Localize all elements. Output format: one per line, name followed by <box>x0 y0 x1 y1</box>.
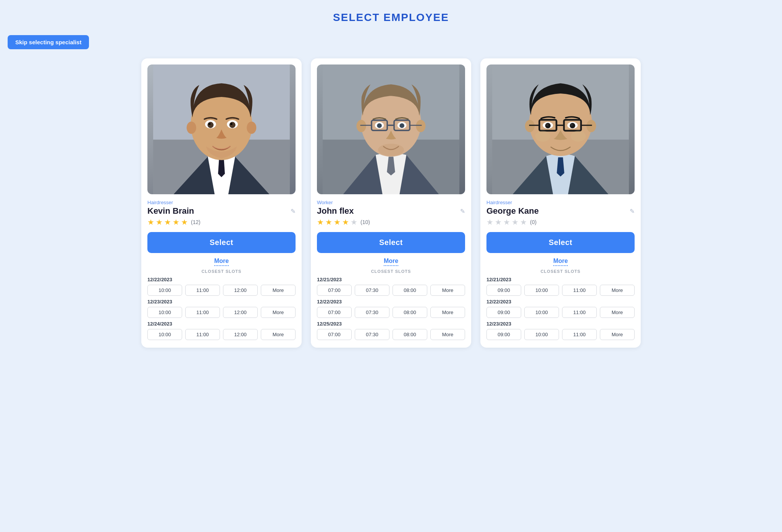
page-title: SELECT EMPLOYEE <box>8 11 774 24</box>
employee-name-john: John flex <box>317 206 354 216</box>
slot-time-kevin-2-0[interactable]: 10:00 <box>147 329 182 340</box>
svg-point-16 <box>357 120 366 132</box>
skip-specialist-button[interactable]: Skip selecting specialist <box>8 35 89 49</box>
slot-row-john-0: 07:0007:3008:00More <box>317 285 465 296</box>
slot-date-george-2: 12/23/2023 <box>486 321 635 327</box>
slot-time-george-2-0[interactable]: 09:00 <box>486 329 521 340</box>
employee-name-row-george: George Kane✎ <box>486 206 635 216</box>
slot-date-kevin-2: 12/24/2023 <box>147 321 296 327</box>
slot-more-george-1[interactable]: More <box>600 307 635 318</box>
slot-more-john-2[interactable]: More <box>430 329 465 340</box>
slot-more-kevin-1[interactable]: More <box>261 307 296 318</box>
slot-row-george-1: 09:0010:0011:00More <box>486 307 635 318</box>
slot-time-george-1-2[interactable]: 11:00 <box>562 307 597 318</box>
employee-name-row-kevin: Kevin Brain✎ <box>147 206 296 216</box>
slot-time-kevin-0-1[interactable]: 11:00 <box>185 285 220 296</box>
slot-more-george-0[interactable]: More <box>600 285 635 296</box>
slot-time-george-0-0[interactable]: 09:00 <box>486 285 521 296</box>
slot-time-kevin-1-2[interactable]: 12:00 <box>223 307 258 318</box>
slot-time-george-2-1[interactable]: 10:00 <box>524 329 559 340</box>
slot-date-john-0: 12/21/2023 <box>317 277 465 282</box>
select-button-george[interactable]: Select <box>486 232 635 253</box>
slot-row-john-2: 07:0007:3008:00More <box>317 329 465 340</box>
slot-time-john-1-0[interactable]: 07:00 <box>317 307 352 318</box>
svg-point-44 <box>571 124 573 126</box>
more-link-john[interactable]: More <box>384 258 398 266</box>
svg-point-25 <box>377 123 382 128</box>
slot-time-kevin-1-1[interactable]: 11:00 <box>185 307 220 318</box>
employee-name-kevin: Kevin Brain <box>147 206 194 216</box>
slot-date-kevin-0: 12/22/2023 <box>147 277 296 282</box>
slot-time-george-0-1[interactable]: 10:00 <box>524 285 559 296</box>
more-link-george[interactable]: More <box>553 258 568 266</box>
slot-time-george-0-2[interactable]: 11:00 <box>562 285 597 296</box>
slot-time-kevin-0-0[interactable]: 10:00 <box>147 285 182 296</box>
slot-more-kevin-0[interactable]: More <box>261 285 296 296</box>
slot-time-john-0-0[interactable]: 07:00 <box>317 285 352 296</box>
svg-point-10 <box>208 123 210 125</box>
employee-cards-container: HairdresserKevin Brain✎★★★★★(12)SelectMo… <box>8 58 774 348</box>
svg-point-17 <box>416 120 425 132</box>
slot-time-john-0-2[interactable]: 08:00 <box>393 285 427 296</box>
slot-row-george-0: 09:0010:0011:00More <box>486 285 635 296</box>
more-section-kevin: More <box>147 258 296 266</box>
slot-time-george-1-0[interactable]: 09:00 <box>486 307 521 318</box>
stars-row-john: ★★★★★(10) <box>317 218 465 227</box>
review-count-john: (10) <box>360 219 370 225</box>
svg-point-32 <box>525 120 535 132</box>
employee-photo-john <box>317 64 465 194</box>
slot-date-john-1: 12/22/2023 <box>317 299 465 305</box>
svg-point-11 <box>230 123 232 125</box>
slot-time-george-2-2[interactable]: 11:00 <box>562 329 597 340</box>
slot-time-kevin-0-2[interactable]: 12:00 <box>223 285 258 296</box>
slot-more-george-2[interactable]: More <box>600 329 635 340</box>
employee-role-george: Hairdresser <box>486 200 635 205</box>
slot-time-john-2-0[interactable]: 07:00 <box>317 329 352 340</box>
employee-card-john: WorkerJohn flex✎★★★★★(10)SelectMoreCLOSE… <box>311 58 471 348</box>
employee-photo-kevin <box>147 64 296 194</box>
svg-point-9 <box>229 122 236 128</box>
more-link-kevin[interactable]: More <box>214 258 229 266</box>
svg-point-27 <box>378 144 404 156</box>
slot-time-george-1-1[interactable]: 10:00 <box>524 307 559 318</box>
employee-role-john: Worker <box>317 200 465 205</box>
review-count-kevin: (12) <box>191 219 200 225</box>
slot-date-john-2: 12/25/2023 <box>317 321 465 327</box>
more-section-john: More <box>317 258 465 266</box>
slot-date-george-0: 12/21/2023 <box>486 277 635 282</box>
stars-row-george: ★★★★★(0) <box>486 218 635 227</box>
employee-name-george: George Kane <box>486 206 539 216</box>
slot-row-kevin-0: 10:0011:0012:00More <box>147 285 296 296</box>
slot-time-john-2-1[interactable]: 07:30 <box>355 329 389 340</box>
slot-more-john-0[interactable]: More <box>430 285 465 296</box>
slot-time-kevin-2-2[interactable]: 12:00 <box>223 329 258 340</box>
edit-icon-george[interactable]: ✎ <box>630 208 635 215</box>
svg-point-8 <box>207 122 213 128</box>
slot-time-john-1-2[interactable]: 08:00 <box>393 307 427 318</box>
edit-icon-john[interactable]: ✎ <box>460 208 465 215</box>
employee-card-kevin: HairdresserKevin Brain✎★★★★★(12)SelectMo… <box>141 58 302 348</box>
edit-icon-kevin[interactable]: ✎ <box>291 208 296 215</box>
select-button-kevin[interactable]: Select <box>147 232 296 253</box>
svg-point-45 <box>535 131 550 142</box>
slot-more-kevin-2[interactable]: More <box>261 329 296 340</box>
slot-row-george-2: 09:0010:0011:00More <box>486 329 635 340</box>
employee-role-kevin: Hairdresser <box>147 200 296 205</box>
employee-card-george: HairdresserGeorge Kane✎★★★★★(0)SelectMor… <box>480 58 641 348</box>
svg-point-4 <box>187 121 196 134</box>
svg-point-33 <box>586 120 596 132</box>
slot-time-john-2-2[interactable]: 08:00 <box>393 329 427 340</box>
closest-slots-label-john: CLOSEST SLOTS <box>317 269 465 274</box>
more-section-george: More <box>486 258 635 266</box>
slot-row-kevin-2: 10:0011:0012:00More <box>147 329 296 340</box>
closest-slots-label-kevin: CLOSEST SLOTS <box>147 269 296 274</box>
review-count-george: (0) <box>530 219 536 225</box>
select-button-john[interactable]: Select <box>317 232 465 253</box>
slot-row-john-1: 07:0007:3008:00More <box>317 307 465 318</box>
slot-more-john-1[interactable]: More <box>430 307 465 318</box>
slot-time-john-1-1[interactable]: 07:30 <box>355 307 389 318</box>
slot-time-kevin-2-1[interactable]: 11:00 <box>185 329 220 340</box>
employee-name-row-john: John flex✎ <box>317 206 465 216</box>
slot-time-john-0-1[interactable]: 07:30 <box>355 285 389 296</box>
slot-time-kevin-1-0[interactable]: 10:00 <box>147 307 182 318</box>
